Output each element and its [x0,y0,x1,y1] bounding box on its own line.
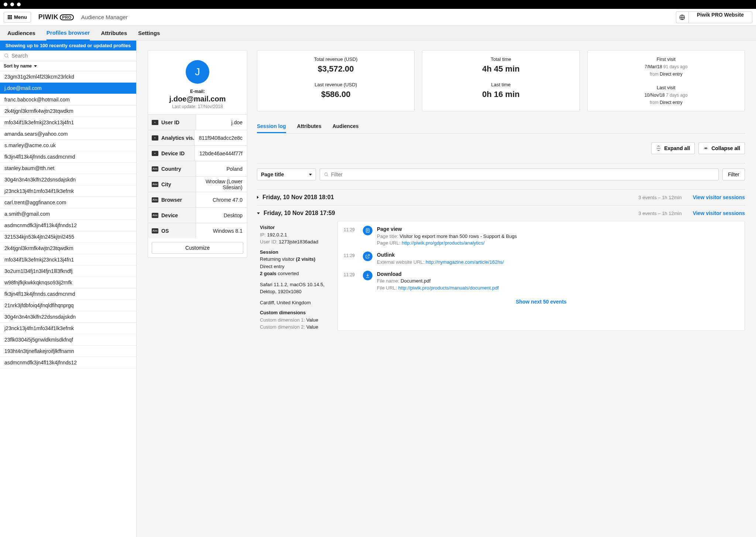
search-icon [324,172,329,177]
text-type-icon: Abc [152,228,158,233]
menu-label: Menu [14,14,27,20]
session-header[interactable]: Friday, 10 Nov 2018 18:013 events – 1h 1… [257,189,745,205]
subnav-item-profiles-browser[interactable]: Profiles browser [47,26,90,41]
filter-type-select[interactable]: Page title [257,169,316,180]
attribute-row: ▪User IDj.doe [148,114,247,130]
profile-card: J E-mail: j.doe@mail.com Last update: 17… [148,50,247,258]
filter-button[interactable]: Filter [722,169,745,180]
profile-list-item[interactable]: stanley.baum@tth.net [0,163,136,174]
svg-point-2 [324,173,327,176]
profile-list-item[interactable]: 23gm31g2kml4f2l3kcm23rlckd [0,71,136,83]
search-input[interactable] [11,53,133,59]
event-link[interactable]: http://piwik.pro/gdpr/products/analytics… [402,240,485,246]
sub-navigation: AudiencesProfiles browserAttributesSetti… [0,26,756,41]
profile-list-item[interactable]: 321534kjn53k4jtn245kjtnl2455 [0,231,136,243]
profile-list-item[interactable]: fk3jn4fl13k4jfnnds.casdmcnmd [0,151,136,163]
subnav-item-attributes[interactable]: Attributes [101,26,127,40]
avatar: J [186,60,209,84]
id-type-icon: ▪ [152,135,158,141]
profile-list-item[interactable]: mfo34if1lk3efmkj23nck13j4fn1 [0,254,136,266]
window-titlebar [0,0,756,9]
filter-input[interactable] [331,172,715,177]
events-panel: 11:29Page viewPage title: Visitor log ex… [337,221,745,331]
profile-list-item[interactable]: w98fnjfkjkwkkqknqso93ij2rnfk [0,277,136,288]
subnav-item-settings[interactable]: Settings [138,26,160,40]
attribute-value: Desktop [196,212,247,218]
stat-label: Total revenue (USD) [260,56,411,62]
profile-list-item[interactable]: j23nck13j4fn1mfo34if1lk3efmk [0,186,136,197]
profile-list-item[interactable]: franc.babcock@hotmail.com [0,94,136,105]
id-type-icon: ▪ [152,120,158,125]
view-sessions-link[interactable]: View visitor sessions [693,194,745,200]
attribute-label: Browser [161,197,182,203]
chevron-down-icon [257,212,260,214]
profile-list-item[interactable]: a.smith@gmail.com [0,208,136,220]
expand-all-button[interactable]: Expand all [651,142,695,154]
main-content: J E-mail: j.doe@mail.com Last update: 17… [137,41,756,537]
session-title: Friday, 10 Nov 2018 18:01 [262,194,334,201]
globe-icon[interactable] [676,11,688,23]
event-time: 11:29 [344,226,358,232]
profile-list-item[interactable]: 30g4n3n4n3klfn22dsnsdajskdn [0,311,136,323]
event-link[interactable]: http://piwik.pro/products/manuals/docume… [398,285,499,291]
customize-button[interactable]: Customize [152,242,243,254]
subnav-item-audiences[interactable]: Audiences [7,26,35,40]
svg-point-1 [5,54,8,57]
id-type-icon: ▪ [152,151,158,156]
attribute-label: Country [161,166,181,172]
menu-button[interactable]: Menu [4,12,31,22]
event-link[interactable]: http://nymagazine.com/article/162hs/ [426,259,504,265]
profile-list-item[interactable]: 30g4n3n4n3klfn22dsnsdajskdn [0,174,136,186]
profile-list-item[interactable]: asdmcnmdfk3jn4fl13k4jfnnds12 [0,220,136,231]
stat-card: Total revenue (USD)$3,572.00Last revenue… [257,50,415,111]
profile-list-item[interactable]: j.doe@mail.com [0,83,136,94]
profile-list-item[interactable]: 3o2urn1l34fj1n3l4fjn1lll3fkndfj [0,266,136,277]
topbar: Menu PIWIK PRO Audience Manager Piwik PR… [0,9,756,26]
tab-session-log[interactable]: Session log [257,120,286,133]
session-details: VisitorIP: 192.0.2.1User ID: 1273jste183… [260,221,330,331]
stat-value: $586.00 [260,90,411,99]
sort-dropdown[interactable]: Sort by name [0,61,136,71]
attribute-value: Wrocław (Lower Silesian) [196,179,247,190]
traffic-light[interactable] [10,3,14,6]
tab-audiences[interactable]: Audiences [333,120,359,133]
attribute-row: ▪Analytics vis...811f9408adcc2e8c [148,130,247,145]
session-meta: 3 events – 1h 12min [639,195,682,200]
profile-list-item[interactable]: amanda.sears@yahoo.com [0,128,136,140]
profile-list-item[interactable]: 2k4tjgnl3krmfk4wjtn23tqwdkm [0,105,136,117]
profile-list-item[interactable]: asdmcnmdfk3jn4fl13k4jfnnds12 [0,357,136,368]
attribute-value: 811f9408adcc2e8c [195,135,247,141]
expand-icon [656,146,661,151]
session-title: Friday, 10 Nov 2018 17:59 [264,210,335,216]
profile-list-item[interactable]: mfo34if1lk3efmkj23nck13j4fn1 [0,117,136,128]
profile-list-item[interactable]: 2k4tjgnl3krmfk4wjtn23tqwdkm [0,243,136,254]
view-sessions-link[interactable]: View visitor sessions [693,210,745,216]
profile-list-item[interactable]: 21nrk3jfdbfoiq4jfnqldfihqnprgq [0,300,136,311]
event-body: DownloadFile name: Document.pdfFile URL:… [377,271,739,291]
stat-subline: from Direct entry [591,72,742,77]
event-body: OutlinkExternal website URL: http://nyma… [377,252,739,266]
event-body: Page viewPage title: Visitor log export … [377,226,739,246]
traffic-light[interactable] [17,3,21,6]
download-icon [363,271,372,280]
profile-list-item[interactable]: j23nck13j4fn1mfo34if1lk3efmk [0,323,136,334]
site-selector[interactable]: Piwik PRO Website [688,11,752,23]
email-value: j.doe@mail.com [155,95,240,103]
collapse-all-button[interactable]: Collapse all [698,142,745,154]
attribute-value: 12bde46ae444f77f [195,150,247,156]
stat-label: First visit [591,56,742,62]
show-more-events[interactable]: Show next 50 events [344,297,739,307]
filter-input-wrapper [320,169,719,180]
stat-card: First visit7/Mar/18 91 days agofrom Dire… [587,50,745,111]
tab-attributes[interactable]: Attributes [297,120,322,133]
profile-list-item[interactable]: s.marley@acme.co.uk [0,140,136,151]
attribute-row: ▪Device ID12bde46ae444f77f [148,145,247,161]
attribute-row: AbcDeviceDesktop [148,207,247,223]
profile-list-item[interactable]: carl.trent@aggfinance.com [0,197,136,208]
profile-list-item[interactable]: 23flk0304i5j5gnwldkmlsdkfnqf [0,334,136,346]
session-header[interactable]: Friday, 10 Nov 2018 17:593 events – 1h 1… [257,205,745,221]
profile-list-item[interactable]: fk3jn4fl13k4jfnnds.casdmcnmd [0,288,136,300]
traffic-light[interactable] [4,3,7,6]
profile-list-item[interactable]: 193ht4n3tjneflakejroifjlkffnamn [0,346,136,357]
page-icon [363,226,372,235]
